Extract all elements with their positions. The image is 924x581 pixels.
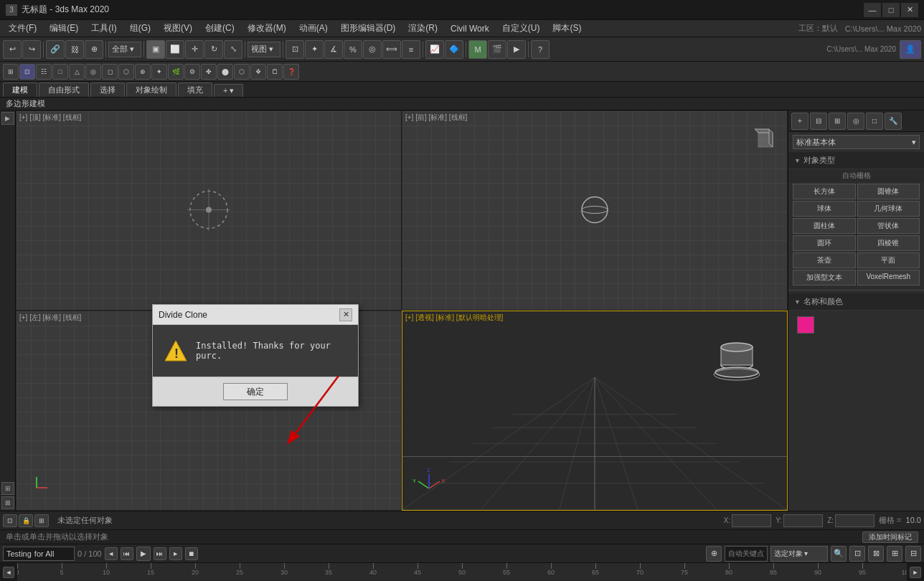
timeline-bar[interactable]: ◄ 05101520253035404550556065707580859095… <box>0 562 924 581</box>
prev-frame-btn[interactable]: ◄ <box>105 547 118 560</box>
status-icon-2[interactable]: 🔒 <box>19 514 33 527</box>
schematic-button[interactable]: 🔷 <box>445 40 463 59</box>
end-btn[interactable]: ⏹ <box>185 547 198 560</box>
selection-dropdown[interactable]: 全部 ▾ <box>108 42 141 57</box>
select-rotate-button[interactable]: ↻ <box>204 40 223 59</box>
x-input[interactable] <box>732 514 771 527</box>
redo-button[interactable]: ↪ <box>22 40 41 59</box>
sub-btn-1[interactable]: ⊞ <box>3 64 19 80</box>
rp-btn-display[interactable]: □ <box>866 113 883 130</box>
menu-tools[interactable]: 工具(I) <box>85 21 122 36</box>
sub-btn-6[interactable]: ◎ <box>85 64 101 80</box>
rp-btn-hierarchy[interactable]: ⊞ <box>829 113 846 130</box>
unlink-button[interactable]: ⛓ <box>65 40 84 59</box>
sub-btn-11[interactable]: 🌿 <box>168 64 184 80</box>
menu-create[interactable]: 创建(C) <box>199 21 240 36</box>
select-move-button[interactable]: ✛ <box>185 40 204 59</box>
select-region-button[interactable]: ⬜ <box>166 40 184 59</box>
sub-btn-7[interactable]: ◻ <box>102 64 118 80</box>
menu-group[interactable]: 组(G) <box>124 21 156 36</box>
sub-btn-9[interactable]: ⊕ <box>135 64 151 80</box>
percent-snap-button[interactable]: % <box>344 40 362 59</box>
rp-btn-voxelremesh[interactable]: VoxelRemesh <box>857 270 920 285</box>
rp-btn-teapot[interactable]: 茶壶 <box>793 252 856 268</box>
menu-script[interactable]: 脚本(S) <box>547 21 587 36</box>
sub-btn-5[interactable]: △ <box>69 64 85 80</box>
sub-btn-15[interactable]: ⬡ <box>234 64 250 80</box>
sub-btn-14[interactable]: ⬤ <box>217 64 233 80</box>
menu-customize[interactable]: 自定义(U) <box>496 21 546 36</box>
select-button[interactable]: ▣ <box>146 40 165 59</box>
rp-btn-utilities[interactable]: 🔧 <box>885 113 902 130</box>
search-btn[interactable]: 🔍 <box>831 546 847 562</box>
rp-btn-create[interactable]: + <box>791 113 808 130</box>
sub-btn-10[interactable]: ✦ <box>151 64 167 80</box>
z-input[interactable] <box>835 514 874 527</box>
rp-standard-primitives-dropdown[interactable]: 标准基本体 ▾ <box>793 135 920 149</box>
strip-grid-btn[interactable]: ⊞ <box>1 482 14 495</box>
rp-btn-plane[interactable]: 平面 <box>857 252 920 268</box>
maximize-button[interactable]: □ <box>882 3 900 17</box>
snap-button[interactable]: ✦ <box>305 40 324 59</box>
next-frame-btn[interactable]: ► <box>169 547 182 560</box>
menu-modifier[interactable]: 修改器(M) <box>242 21 292 36</box>
rp-color-swatch[interactable] <box>797 316 814 334</box>
menu-file[interactable]: 文件(F) <box>3 21 42 36</box>
sub-btn-16[interactable]: ❖ <box>250 64 266 80</box>
filter-btn-3[interactable]: ⊞ <box>887 546 902 562</box>
render-setup-button[interactable]: 🎬 <box>488 40 506 59</box>
viewport-top[interactable]: [+] [顶] [标准] [线框] <box>16 110 402 311</box>
play-btn[interactable]: ▶ <box>136 547 151 561</box>
viewport-front[interactable]: [+] [前] [标准] [线框] <box>402 110 788 311</box>
add-time-marker-btn[interactable]: 添加时间标记 <box>862 532 918 543</box>
menu-graph-editor[interactable]: 图形编辑器(D) <box>335 21 402 36</box>
tab-populate[interactable]: 填充 <box>178 82 212 97</box>
sub-btn-3[interactable]: ☷ <box>36 64 52 80</box>
strip-play-btn[interactable]: ▶ <box>1 112 14 125</box>
align-button[interactable]: ≡ <box>402 40 420 59</box>
sub-btn-2[interactable]: ⊡ <box>19 64 35 80</box>
rp-btn-motion[interactable]: ◎ <box>847 113 864 130</box>
filter-btn-2[interactable]: ⊠ <box>868 546 884 562</box>
rp-btn-cylinder[interactable]: 圆柱体 <box>793 218 856 234</box>
rp-btn-tube[interactable]: 管状体 <box>857 218 920 234</box>
render-button[interactable]: ▶ <box>507 40 526 59</box>
y-input[interactable] <box>783 514 823 527</box>
prev-key-btn[interactable]: ⏮ <box>121 547 133 560</box>
tab-modeling[interactable]: 建模 <box>3 82 37 97</box>
sub-btn-4[interactable]: □ <box>52 64 68 80</box>
status-icon-1[interactable]: ⊡ <box>3 514 17 527</box>
viewport-perspective[interactable]: [+] [透视] [标准] [默认明暗处理] <box>402 311 788 511</box>
rp-btn-modify[interactable]: ⊟ <box>810 113 827 130</box>
selected-objects-dropdown[interactable]: 选定对象 ▾ <box>770 546 828 562</box>
rp-btn-cone[interactable]: 圆锥体 <box>857 184 920 199</box>
filter-btn-1[interactable]: ⊡ <box>849 546 865 562</box>
timeline-tick-row[interactable]: 0510152025303540455055606570758085909510… <box>17 563 907 582</box>
tab-selection[interactable]: 选择 <box>90 82 125 97</box>
filter-btn-4[interactable]: ⊟ <box>905 546 921 562</box>
menu-civil-work[interactable]: Civil Work <box>445 22 495 35</box>
link-button[interactable]: 🔗 <box>46 40 65 59</box>
angle-snap-button[interactable]: ∡ <box>324 40 343 59</box>
undo-button[interactable]: ↩ <box>3 40 22 59</box>
curve-editor-button[interactable]: 📈 <box>425 40 444 59</box>
user-icon[interactable]: 👤 <box>900 40 921 59</box>
status-icon-3[interactable]: ⊞ <box>34 514 49 527</box>
sub-btn-12[interactable]: ⚙ <box>184 64 200 80</box>
dialog-close-button[interactable]: ✕ <box>339 308 352 321</box>
rp-btn-geosphere[interactable]: 几何球体 <box>857 201 920 217</box>
strip-icon-btn[interactable]: ⊠ <box>1 496 14 509</box>
next-key-btn[interactable]: ⏭ <box>154 547 166 560</box>
rp-btn-enhanced-text[interactable]: 加强型文本 <box>793 270 856 285</box>
tl-left-btn[interactable]: ◄ <box>3 567 14 578</box>
bind-space-button[interactable]: ⊕ <box>85 40 103 59</box>
tl-right-btn[interactable]: ► <box>910 567 921 578</box>
add-key-btn[interactable]: ⊕ <box>706 546 722 562</box>
menu-render[interactable]: 渲染(R) <box>402 21 443 36</box>
dialog-ok-button[interactable]: 确定 <box>223 383 288 400</box>
menu-view[interactable]: 视图(V) <box>158 21 198 36</box>
view-dropdown[interactable]: 视图 ▾ <box>248 42 280 57</box>
tab-more[interactable]: + ▾ <box>214 84 243 97</box>
help-button[interactable]: ? <box>531 40 550 59</box>
sub-btn-8[interactable]: ⬡ <box>118 64 134 80</box>
